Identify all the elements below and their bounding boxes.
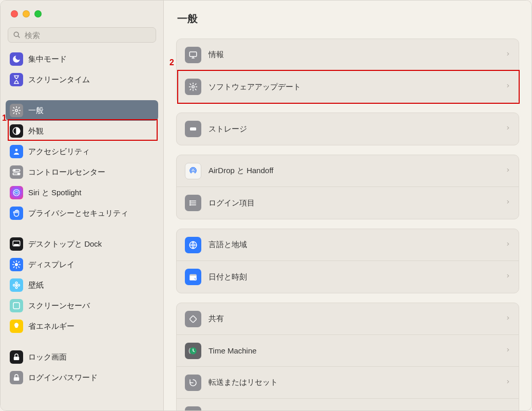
search-icon [13,31,21,41]
sidebar-item-energy[interactable]: 省エネルギー [6,316,158,337]
row-label: 言語と地域 [208,240,498,250]
row-tm[interactable]: Time Machine [177,335,519,367]
chevron-right-icon [505,409,510,410]
row-label: 起動ディスク [208,410,498,411]
sidebar-item-loginpw[interactable]: ログインパスワード [6,367,158,388]
main-pane: 一般 情報ソフトウェアアップデートストレージAirDrop と Handoffロ… [164,1,531,410]
settings-group: 情報ソフトウェアアップデート [176,39,519,103]
row-startup[interactable]: 起動ディスク [177,399,519,410]
row-label: 転送またはリセット [208,378,498,387]
gear-icon [185,79,201,95]
sidebar-item-dock[interactable]: デスクトップと Dock [6,234,158,254]
sidebar-item-lockscreen[interactable]: ロック画面 [6,347,158,367]
ccw-icon [185,375,201,391]
chevron-right-icon [505,378,510,388]
row-swupd[interactable]: ソフトウェアアップデート [177,71,519,103]
row-date[interactable]: 日付と時刻 [177,261,519,293]
svg-point-16 [13,284,15,286]
svg-point-24 [195,128,196,129]
sidebar-item-display[interactable]: ディスプレイ [6,254,158,275]
lock-icon [10,350,23,364]
svg-point-31 [190,204,191,206]
svg-rect-11 [14,245,19,246]
sidebar-item-accessibility[interactable]: アクセシビリティ [6,141,158,162]
lock-icon [10,371,23,384]
hourglass-icon [10,73,23,86]
row-label: Time Machine [208,346,498,355]
row-label: AirDrop と Handoff [208,166,498,176]
svg-point-29 [190,201,191,202]
row-airdrop[interactable]: AirDrop と Handoff [177,155,519,187]
svg-point-13 [15,284,17,286]
svg-rect-19 [14,357,20,360]
close-icon[interactable] [11,10,18,17]
svg-point-7 [14,170,15,171]
row-label: ログイン項目 [208,198,498,208]
svg-point-12 [15,263,18,266]
moon-icon [10,52,23,66]
minimize-icon[interactable] [23,10,30,17]
svg-point-0 [14,32,18,36]
svg-point-15 [15,287,17,289]
svg-point-4 [15,149,18,152]
sidebar-item-controlcenter[interactable]: コントロールセンター [6,162,158,182]
settings-group: 言語と地域日付と時刻 [176,229,519,293]
sidebar-item-label: アクセシビリティ [28,147,90,157]
square-icon [10,299,23,312]
page-title: 一般 [177,12,198,26]
siri-icon [10,186,23,199]
diamond-icon [185,311,201,327]
row-label: ソフトウェアアップデート [208,82,498,92]
row-reset[interactable]: 転送またはリセット [177,367,519,399]
svg-point-14 [15,282,17,284]
settings-group: AirDrop と Handoffログイン項目 [176,155,519,219]
row-storage[interactable]: ストレージ [177,113,519,145]
sidebar-item-siri[interactable]: Siri と Spotlight [6,182,158,203]
airdrop-icon [185,163,201,179]
sidebar-item-privacy[interactable]: プライバシーとセキュリティ [6,203,158,223]
chevron-right-icon [505,346,510,356]
sidebar-item-label: 壁紙 [28,281,44,290]
sidebar-item-label: スクリーンタイム [28,75,90,85]
svg-point-8 [18,173,19,174]
sidebar-item-label: ログインパスワード [28,373,98,383]
row-label: 共有 [208,314,498,324]
sidebar: 集中モードスクリーンタイム一般外観アクセシビリティコントロールセンターSiri … [1,1,164,410]
maximize-icon[interactable] [34,10,42,17]
row-about[interactable]: 情報 [177,39,519,71]
flower-icon [10,278,23,292]
chevron-right-icon [505,82,510,92]
sidebar-item-wallpaper[interactable]: 壁紙 [6,275,158,295]
svg-rect-34 [189,274,197,276]
chevron-right-icon [505,166,510,176]
row-lang[interactable]: 言語と地域 [177,229,519,261]
list-icon [185,195,201,211]
sun-icon [10,258,23,271]
chevron-right-icon [505,198,510,208]
drive-icon [185,406,201,410]
svg-point-22 [192,86,195,88]
sidebar-item-screentime[interactable]: スクリーンタイム [6,69,158,90]
sidebar-item-appearance[interactable]: 外観 [6,121,158,141]
row-login[interactable]: ログイン項目 [177,187,519,219]
search-input[interactable] [8,27,156,43]
disk-icon [185,121,201,137]
sidebar-item-label: 外観 [28,126,44,136]
svg-rect-36 [189,315,197,323]
sidebar-item-screensaver[interactable]: スクリーンセーバ [6,295,158,316]
svg-rect-20 [14,377,20,381]
sidebar-item-focus[interactable]: 集中モード [6,49,158,69]
sidebar-item-label: プライバシーとセキュリティ [28,209,128,218]
svg-point-25 [193,170,194,172]
sidebar-item-label: ディスプレイ [28,260,74,270]
sidebar-item-label: ロック画面 [28,352,67,362]
svg-rect-21 [189,52,197,57]
row-share[interactable]: 共有 [177,303,519,335]
settings-group: 共有Time Machine転送またはリセット起動ディスク [176,303,519,410]
sidebar-item-general[interactable]: 一般 [6,100,158,121]
contrast-icon [10,124,23,138]
settings-group: ストレージ [176,113,519,145]
window-controls [1,1,163,27]
chevron-right-icon [505,50,510,60]
dock-icon [10,237,23,251]
